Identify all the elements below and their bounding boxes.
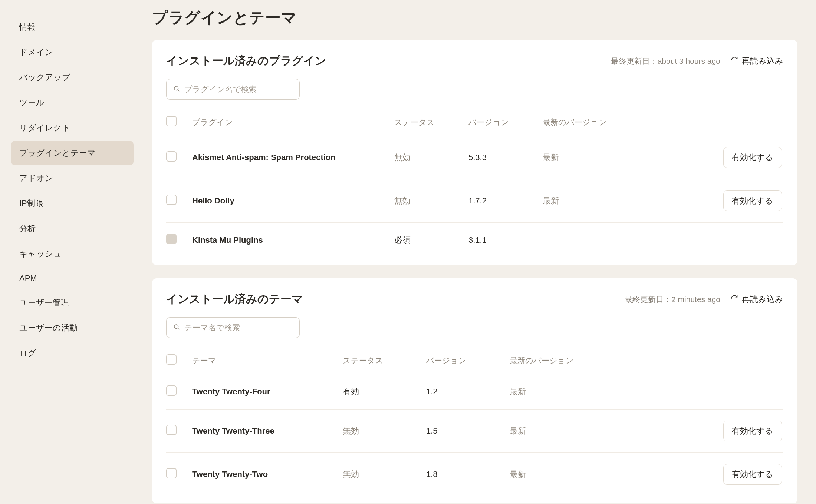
activate-button[interactable]: 有効化する <box>723 464 782 485</box>
main-content: プラグインとテーマ インストール済みのプラグイン 最終更新日：about 3 h… <box>145 0 816 504</box>
plugin-name: Akismet Anti‑spam: Spam Protection <box>192 136 394 179</box>
themes-table: テーマ ステータス バージョン 最新のバージョン Twenty Twenty‑F… <box>166 349 783 496</box>
sidebar-item-backup[interactable]: バックアップ <box>11 65 134 90</box>
sidebar-item-plugins-themes[interactable]: プラグインとテーマ <box>11 141 134 165</box>
table-row: Akismet Anti‑spam: Spam Protection 無効 5.… <box>166 136 783 179</box>
sidebar-item-cache[interactable]: キャッシュ <box>11 242 134 266</box>
theme-latest: 最新 <box>510 374 710 410</box>
svg-line-3 <box>178 328 179 329</box>
themes-search-box[interactable] <box>166 317 300 338</box>
plugins-table: プラグイン ステータス バージョン 最新のバージョン Akismet Anti‑… <box>166 111 783 258</box>
themes-select-all-checkbox[interactable] <box>166 354 177 365</box>
table-row: Twenty Twenty‑Three 無効 1.5 最新 有効化する <box>166 410 783 453</box>
reload-icon <box>731 295 738 304</box>
theme-name: Twenty Twenty‑Four <box>192 374 343 410</box>
row-checkbox <box>166 234 177 244</box>
themes-title: インストール済みのテーマ <box>166 292 303 307</box>
search-icon <box>173 323 180 332</box>
plugins-card: インストール済みのプラグイン 最終更新日：about 3 hours ago 再… <box>152 40 797 265</box>
row-checkbox[interactable] <box>166 468 177 478</box>
themes-header-latest: 最新のバージョン <box>510 349 710 374</box>
plugin-latest: 最新 <box>543 136 710 179</box>
themes-reload-button[interactable]: 再読み込み <box>731 294 783 305</box>
plugin-version: 3.1.1 <box>468 223 543 258</box>
plugin-name: Kinsta Mu Plugins <box>192 223 394 258</box>
row-checkbox[interactable] <box>166 385 177 396</box>
plugins-last-updated: 最終更新日：about 3 hours ago <box>611 56 720 66</box>
table-row: Hello Dolly 無効 1.7.2 最新 有効化する <box>166 179 783 223</box>
plugins-title: インストール済みのプラグイン <box>166 53 326 69</box>
plugins-header-name: プラグイン <box>192 111 394 136</box>
plugins-header-status: ステータス <box>394 111 468 136</box>
activate-button[interactable]: 有効化する <box>723 190 782 211</box>
reload-icon <box>731 56 738 66</box>
plugin-status: 無効 <box>394 179 468 223</box>
sidebar: 情報 ドメイン バックアップ ツール リダイレクト プラグインとテーマ アドオン… <box>0 0 145 504</box>
plugins-reload-label: 再読み込み <box>742 56 783 67</box>
svg-line-1 <box>178 90 179 91</box>
plugin-status: 無効 <box>394 136 468 179</box>
plugins-reload-button[interactable]: 再読み込み <box>731 56 783 67</box>
plugins-search-input[interactable] <box>184 85 293 94</box>
sidebar-item-tools[interactable]: ツール <box>11 90 134 115</box>
table-row: Twenty Twenty‑Four 有効 1.2 最新 <box>166 374 783 410</box>
theme-name: Twenty Twenty‑Three <box>192 410 343 453</box>
theme-version: 1.8 <box>426 453 510 496</box>
plugins-header-version: バージョン <box>468 111 543 136</box>
row-checkbox[interactable] <box>166 425 177 435</box>
sidebar-item-logs[interactable]: ログ <box>11 341 134 365</box>
themes-last-updated: 最終更新日：2 minutes ago <box>625 294 720 305</box>
sidebar-item-ip-restrict[interactable]: IP制限 <box>11 191 134 216</box>
row-checkbox[interactable] <box>166 195 177 205</box>
page-title: プラグインとテーマ <box>152 7 797 28</box>
sidebar-item-apm[interactable]: APM <box>11 267 134 290</box>
plugins-select-all-checkbox[interactable] <box>166 116 177 126</box>
themes-search-input[interactable] <box>184 323 293 332</box>
sidebar-item-analytics[interactable]: 分析 <box>11 216 134 241</box>
plugins-search-box[interactable] <box>166 79 300 100</box>
row-checkbox[interactable] <box>166 151 177 162</box>
sidebar-item-info[interactable]: 情報 <box>11 15 134 39</box>
sidebar-item-user-mgmt[interactable]: ユーザー管理 <box>11 291 134 315</box>
theme-version: 1.2 <box>426 374 510 410</box>
theme-latest: 最新 <box>510 453 710 496</box>
plugin-version: 5.3.3 <box>468 136 543 179</box>
plugins-header-latest: 最新のバージョン <box>543 111 710 136</box>
plugin-latest <box>543 223 710 258</box>
activate-button[interactable]: 有効化する <box>723 147 782 168</box>
plugin-version: 1.7.2 <box>468 179 543 223</box>
plugin-latest: 最新 <box>543 179 710 223</box>
theme-status: 有効 <box>343 374 426 410</box>
themes-card: インストール済みのテーマ 最終更新日：2 minutes ago 再読み込み <box>152 278 797 503</box>
sidebar-item-domain[interactable]: ドメイン <box>11 40 134 64</box>
themes-header-status: ステータス <box>343 349 426 374</box>
theme-status: 無効 <box>343 453 426 496</box>
theme-latest: 最新 <box>510 410 710 453</box>
theme-status: 無効 <box>343 410 426 453</box>
theme-version: 1.5 <box>426 410 510 453</box>
plugin-name: Hello Dolly <box>192 179 394 223</box>
themes-header-name: テーマ <box>192 349 343 374</box>
theme-name: Twenty Twenty‑Two <box>192 453 343 496</box>
sidebar-item-user-activity[interactable]: ユーザーの活動 <box>11 316 134 340</box>
table-row: Kinsta Mu Plugins 必須 3.1.1 <box>166 223 783 258</box>
sidebar-item-redirect[interactable]: リダイレクト <box>11 116 134 140</box>
themes-reload-label: 再読み込み <box>742 294 783 305</box>
plugin-status: 必須 <box>394 223 468 258</box>
table-row: Twenty Twenty‑Two 無効 1.8 最新 有効化する <box>166 453 783 496</box>
sidebar-item-addons[interactable]: アドオン <box>11 166 134 190</box>
activate-button[interactable]: 有効化する <box>723 421 782 441</box>
search-icon <box>173 84 180 94</box>
themes-header-version: バージョン <box>426 349 510 374</box>
